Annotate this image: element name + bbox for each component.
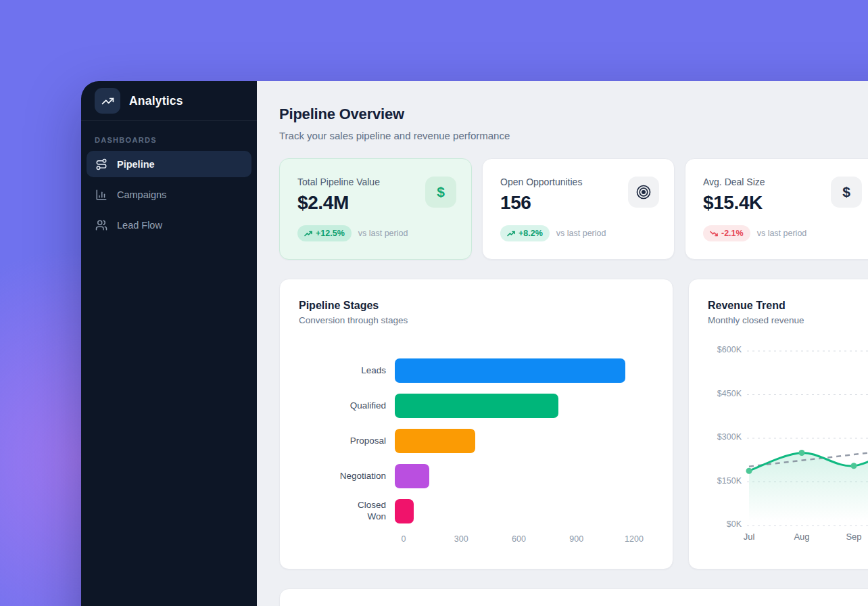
kpi-card-total-pipeline-value[interactable]: Total Pipeline Value $2.4M +12.5% vs las… xyxy=(279,158,472,260)
chart-title: Pipeline Stages xyxy=(299,300,654,312)
bar-track xyxy=(395,358,654,383)
x-axis-tick-label: 600 xyxy=(512,534,526,544)
bar-track xyxy=(395,464,654,488)
sidebar-item-label: Lead Flow xyxy=(117,220,162,231)
kpi-card-avg-deal-size[interactable]: Avg. Deal Size $15.4K -2.1% vs last peri… xyxy=(685,158,868,260)
bar-category-label: Qualified xyxy=(299,400,395,412)
sidebar-header: Analytics xyxy=(81,81,257,121)
x-axis-tick-label: 900 xyxy=(569,534,583,544)
sidebar-item-label: Campaigns xyxy=(117,189,166,200)
x-axis-tick-label: 0 xyxy=(402,534,406,544)
y-axis-tick-label: $150K xyxy=(689,476,742,486)
trending-down-icon xyxy=(710,231,718,237)
bar-category-label: Closed Won xyxy=(299,500,395,523)
line-chart-plot: $600K$450K$300K$150K$0K JulAugSep xyxy=(689,341,868,551)
kpi-icon-box: $ xyxy=(425,177,456,208)
bar[interactable] xyxy=(395,358,625,383)
sidebar-item-lead-flow[interactable]: Lead Flow xyxy=(87,212,251,238)
page-subtitle: Track your sales pipeline and revenue pe… xyxy=(279,130,868,141)
target-icon xyxy=(635,184,652,200)
x-axis-month-label: Jul xyxy=(733,532,765,542)
bar-track xyxy=(395,394,654,418)
bar-row: Proposal xyxy=(299,423,654,459)
chart-title: Revenue Trend xyxy=(708,300,868,312)
sidebar-item-campaigns[interactable]: Campaigns xyxy=(87,181,251,208)
trending-up-icon xyxy=(507,231,515,237)
users-icon xyxy=(95,219,107,231)
kpi-icon-box: $ xyxy=(831,177,862,208)
chart-subtitle: Conversion through stages xyxy=(299,315,654,325)
x-axis-tick-label: 1200 xyxy=(625,534,644,544)
bar-category-label: Proposal xyxy=(299,436,395,447)
x-axis-month-label: Sep xyxy=(838,532,868,542)
line-chart-svg xyxy=(743,341,868,544)
x-axis-tick-label: 300 xyxy=(454,534,468,544)
bar-row: Qualified xyxy=(299,388,654,423)
charts-row: Pipeline Stages Conversion through stage… xyxy=(279,279,868,569)
bar-chart-rows: LeadsQualifiedProposalNegotiationClosed … xyxy=(299,353,654,529)
revenue-trend-card: Revenue Trend Monthly closed revenue $60… xyxy=(688,279,868,569)
bar-track xyxy=(395,429,654,453)
chart-subtitle: Monthly closed revenue xyxy=(708,315,868,325)
route-icon xyxy=(95,158,107,170)
bar-category-label: Negotiation xyxy=(299,471,395,482)
kpi-row: Total Pipeline Value $2.4M +12.5% vs las… xyxy=(279,158,868,260)
bar-category-label: Leads xyxy=(299,365,395,377)
pipeline-stages-card: Pipeline Stages Conversion through stage… xyxy=(279,279,673,569)
data-point[interactable] xyxy=(799,450,805,456)
bar[interactable] xyxy=(395,464,429,488)
sidebar-item-label: Pipeline xyxy=(117,159,155,170)
app-name: Analytics xyxy=(129,94,183,108)
dollar-icon: $ xyxy=(437,184,445,200)
data-point[interactable] xyxy=(746,468,752,474)
bottom-card xyxy=(279,588,868,606)
kpi-compare-text: vs last period xyxy=(757,229,807,238)
delta-badge: -2.1% xyxy=(703,225,750,241)
page-title: Pipeline Overview xyxy=(279,106,868,123)
trending-up-icon xyxy=(101,95,114,108)
trending-up-icon xyxy=(304,231,312,237)
sidebar-section-label: DASHBOARDS xyxy=(95,136,243,144)
kpi-compare-text: vs last period xyxy=(556,229,606,238)
bar[interactable] xyxy=(395,394,558,418)
y-axis-tick-label: $450K xyxy=(689,389,742,398)
bar-track xyxy=(395,499,654,523)
sidebar-nav: Pipeline Campaigns Lead Flow xyxy=(81,151,257,238)
sidebar-item-pipeline[interactable]: Pipeline xyxy=(87,151,251,177)
x-axis-month-label: Aug xyxy=(786,532,818,542)
bar-row: Negotiation xyxy=(299,459,654,494)
main-content: Pipeline Overview Track your sales pipel… xyxy=(257,81,868,606)
delta-badge: +8.2% xyxy=(500,225,550,241)
delta-badge: +12.5% xyxy=(297,225,352,241)
bar[interactable] xyxy=(395,429,475,453)
data-point[interactable] xyxy=(851,463,857,469)
sidebar: Analytics DASHBOARDS Pipeline Campaigns xyxy=(81,81,257,606)
y-axis-tick-label: $300K xyxy=(689,432,742,442)
bar-chart-icon xyxy=(95,189,107,201)
kpi-compare-text: vs last period xyxy=(358,229,408,238)
kpi-icon-box xyxy=(628,177,659,208)
bar-row: Closed Won xyxy=(299,494,654,529)
y-axis-tick-label: $600K xyxy=(689,345,742,354)
bar-chart-x-axis: 03006009001200 xyxy=(404,534,654,548)
y-axis-tick-label: $0K xyxy=(689,519,742,529)
app-window: Analytics DASHBOARDS Pipeline Campaigns xyxy=(81,81,868,606)
bar[interactable] xyxy=(395,499,414,523)
dollar-icon: $ xyxy=(842,184,850,200)
bar-row: Leads xyxy=(299,353,654,388)
kpi-card-open-opportunities[interactable]: Open Opportunities 156 +8.2% vs last per… xyxy=(482,158,675,260)
app-logo xyxy=(95,88,120,114)
